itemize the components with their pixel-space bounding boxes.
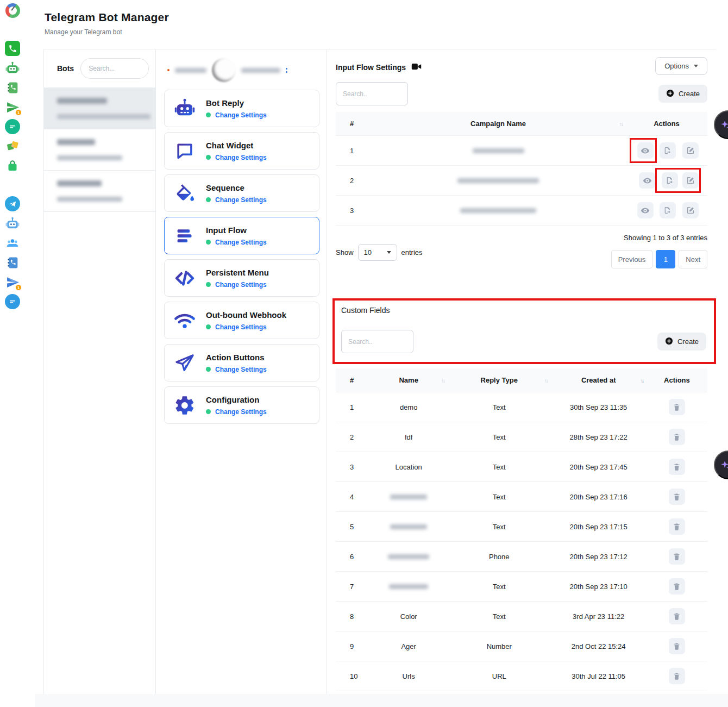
card-input-flow[interactable]: Input Flow Change Settings [164, 217, 319, 254]
card-persistent-menu[interactable]: Persistent Menu Change Settings [164, 259, 319, 297]
sort-icon-desc: ↑↓ [640, 377, 643, 383]
flow-create-button[interactable]: Create [658, 85, 707, 103]
delete-button[interactable] [669, 578, 685, 595]
change-settings-link[interactable]: Change Settings [215, 323, 267, 331]
bots-panel: Bots [43, 49, 156, 694]
card-outbound-webhook[interactable]: Out-bound Webhook Change Settings [164, 302, 319, 339]
card-bot-reply[interactable]: Bot Reply Change Settings [164, 90, 319, 127]
card-title: Chat Widget [206, 141, 267, 150]
view-button[interactable] [637, 142, 654, 159]
field-reply-type: Text [448, 452, 551, 482]
col-header-created-at[interactable]: Created at ↑↓ [551, 368, 647, 392]
broadcast-green-icon[interactable]: 1 [5, 99, 20, 115]
video-tutorial-icon[interactable] [411, 62, 422, 72]
delete-button[interactable] [669, 399, 685, 415]
bot-list-item[interactable] [44, 171, 155, 212]
app-icon-rail: 1 1 [0, 0, 25, 707]
campaign-row: 3 [336, 196, 707, 226]
options-button[interactable]: Options [655, 57, 707, 75]
delete-button[interactable] [669, 489, 685, 505]
field-name-blurred [369, 542, 448, 572]
export-button[interactable] [660, 142, 676, 159]
edit-button[interactable] [682, 202, 699, 218]
previous-page-button[interactable]: Previous [611, 250, 653, 268]
change-settings-link[interactable]: Change Settings [215, 196, 267, 204]
flow-bars-icon [172, 225, 197, 247]
card-chat-widget[interactable]: Chat Widget Change Settings [164, 132, 319, 170]
change-settings-link[interactable]: Change Settings [215, 154, 267, 161]
bot-list-item[interactable] [44, 129, 155, 171]
custom-fields-search-input[interactable] [341, 330, 413, 353]
change-settings-link[interactable]: Change Settings [215, 239, 267, 246]
delete-button[interactable] [669, 518, 685, 535]
flow-search-input[interactable] [336, 82, 408, 105]
col-header-reply-type[interactable]: Reply Type ↑↓ [448, 368, 551, 392]
contacts-green-icon[interactable] [5, 80, 20, 95]
field-reply-type: Text [448, 482, 551, 512]
edit-button[interactable] [682, 142, 699, 159]
chat-green-icon[interactable] [5, 119, 20, 134]
field-reply-type: Phone [448, 542, 551, 572]
custom-fields-title: Custom Fields [341, 306, 706, 315]
campaign-row: 1 [336, 136, 707, 166]
whatsapp-icon[interactable] [5, 41, 20, 56]
field-created-at: 20th Sep 23 17:15 [551, 512, 647, 542]
change-settings-link[interactable]: Change Settings [215, 111, 267, 119]
shop-icon[interactable] [5, 158, 20, 173]
change-settings-link[interactable]: Change Settings [215, 366, 267, 373]
input-flow-settings-title: Input Flow Settings [336, 63, 406, 72]
chat-blue-icon[interactable] [5, 294, 20, 309]
field-num: 5 [336, 512, 369, 542]
card-action-buttons[interactable]: Action Buttons Change Settings [164, 344, 319, 381]
plus-circle-icon [665, 337, 673, 347]
bot-green-icon[interactable] [5, 60, 20, 76]
col-header-campaign-name[interactable]: Campaign Name ↑↓ [371, 112, 626, 136]
field-num: 3 [336, 452, 369, 482]
change-settings-link[interactable]: Change Settings [215, 281, 267, 289]
custom-field-row: 9 Ager Number 2nd Oct 22 15:24 [336, 631, 707, 661]
page-size-select[interactable]: 10 [358, 244, 397, 261]
campaign-name-cell [371, 196, 626, 226]
custom-field-row: 4 Text 20th Sep 23 17:16 [336, 482, 707, 512]
field-name: Color [369, 602, 448, 631]
delete-button[interactable] [669, 548, 685, 565]
delete-button[interactable] [669, 638, 685, 654]
contacts-blue-icon[interactable] [5, 255, 20, 270]
view-button[interactable] [639, 172, 655, 189]
export-button[interactable] [662, 172, 678, 189]
page-1-button[interactable]: 1 [656, 250, 675, 268]
edit-button[interactable] [682, 172, 699, 189]
broadcast-blue-icon[interactable]: 1 [5, 274, 20, 290]
bot-avatar [212, 58, 236, 82]
page-footer-strip [35, 694, 728, 707]
input-flow-table: # Campaign Name ↑↓ Actions 1 [336, 112, 707, 226]
change-settings-link[interactable]: Change Settings [215, 408, 267, 416]
custom-fields-create-button[interactable]: Create [657, 333, 706, 351]
gear-icon [172, 395, 197, 416]
card-title: Out-bound Webhook [206, 310, 286, 320]
telegram-icon[interactable] [5, 196, 20, 211]
export-button[interactable] [660, 202, 676, 218]
code-icon [172, 267, 197, 290]
card-configuration[interactable]: Configuration Change Settings [164, 386, 319, 424]
delete-button[interactable] [669, 608, 685, 624]
bot-list-item[interactable] [44, 87, 155, 129]
delete-button[interactable] [669, 459, 685, 475]
delete-button[interactable] [669, 668, 685, 684]
card-sequence[interactable]: Sequence Change Settings [164, 174, 319, 212]
status-dot [206, 282, 211, 287]
view-button[interactable] [637, 202, 654, 218]
bot-blue-icon[interactable] [5, 216, 20, 231]
custom-field-row: 10 Urls URL 30th Jul 22 11:05 [336, 661, 707, 691]
delete-button[interactable] [669, 429, 685, 445]
next-page-button[interactable]: Next [679, 250, 707, 268]
plus-circle-icon [666, 89, 674, 99]
robot-icon [172, 97, 197, 120]
field-created-at: 3rd Apr 23 11:22 [551, 602, 647, 631]
col-header-name[interactable]: Name ↑↓ [369, 368, 448, 392]
bots-search-input[interactable] [80, 58, 149, 79]
integrations-icon[interactable] [5, 139, 20, 154]
dashboard-logo-icon[interactable] [5, 3, 20, 18]
audience-blue-icon[interactable] [5, 235, 20, 251]
field-reply-type: Number [448, 631, 551, 661]
